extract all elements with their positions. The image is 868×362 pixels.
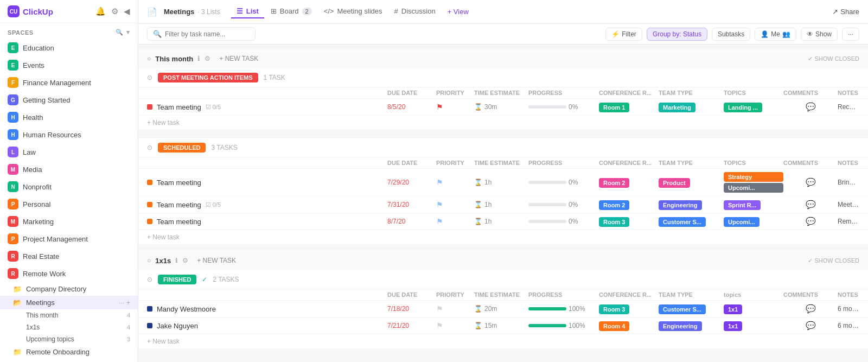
table-row: Team meeting 7/29/20 ⚑ ⌛1h 0% Room 2 Pro…	[138, 169, 868, 196]
finished-group-header: ⊙ FINISHED ✓ 2 TASKS	[138, 270, 868, 289]
share-icon: ↗	[832, 8, 838, 16]
spaces-header: SPACES 🔍 ▾	[0, 23, 138, 39]
gear-icon[interactable]: ⚙	[111, 7, 118, 16]
this-month-actions: ✓ SHOW CLOSED	[808, 55, 859, 62]
chevron-icon[interactable]: ▾	[126, 29, 130, 36]
folder-company-directory[interactable]: 📁 Company Directory	[0, 282, 138, 296]
sub-item-upcoming-topics[interactable]: Upcoming topics 3	[0, 333, 138, 345]
scheduled-badge: SCHEDULED	[158, 143, 206, 153]
search-icon[interactable]: 🔍	[116, 29, 124, 36]
scheduled-group-header: ⊙ SCHEDULED 3 TASKS	[138, 138, 868, 157]
add-task-row-2[interactable]: + New task	[138, 230, 868, 244]
sidebar-item-law[interactable]: L Law	[0, 143, 138, 161]
sidebar-item-remote-work[interactable]: R Remote Work	[0, 265, 138, 282]
1x1s-toggle[interactable]: ○	[147, 257, 151, 264]
search-box[interactable]: 🔍	[147, 27, 256, 41]
post-meeting-group-header: ⊙ POST MEETING ACTION ITEMS 1 TASK	[138, 68, 868, 87]
more-icon[interactable]: ···	[119, 299, 124, 307]
tab-list[interactable]: ☰ List	[231, 5, 264, 18]
priority-flag: ⚑	[436, 200, 443, 209]
post-meeting-toggle[interactable]: ⊙	[147, 74, 152, 81]
finished-group: ⊙ FINISHED ✓ 2 TASKS DUE DATE PRIORITY T…	[138, 270, 868, 348]
sub-item-this-month[interactable]: This month 4	[0, 309, 138, 321]
me-button[interactable]: 👤 Me 👥	[755, 28, 796, 41]
comment-icon[interactable]: 💬	[806, 321, 816, 331]
breadcrumb: Meetings · 3 Lists	[164, 8, 220, 16]
folder-team-requests[interactable]: 📁 Team Requests	[0, 359, 138, 362]
sidebar-icons: 🔔 ⚙ ◀	[95, 7, 130, 16]
sidebar-item-health[interactable]: H Health	[0, 109, 138, 126]
finished-toggle[interactable]: ⊙	[147, 276, 152, 283]
this-month-new-task[interactable]: + NEW TASK	[215, 53, 263, 64]
folder-open-icon: 📂	[13, 299, 22, 307]
filter-button[interactable]: ⚡ Filter	[605, 28, 642, 41]
logo: CU ClickUp	[8, 5, 53, 17]
table-row: Team meeting ☑ 0/5 7/31/20 ⚑ ⌛1h 0% Room…	[138, 196, 868, 213]
sub-item-1x1s[interactable]: 1x1s 4	[0, 321, 138, 333]
priority-flag: ⚑	[436, 217, 443, 226]
content-area: ○ This month ℹ ⚙ + NEW TASK ✓ SHOW CLOSE…	[138, 45, 868, 362]
1x1s-new-task[interactable]: + NEW TASK	[193, 255, 240, 266]
sidebar-item-personal[interactable]: P Personal	[0, 195, 138, 213]
show-closed-button[interactable]: ✓ SHOW CLOSED	[808, 55, 859, 62]
post-meeting-group: ⊙ POST MEETING ACTION ITEMS 1 TASK DUE D…	[138, 68, 868, 130]
sidebar-item-marketing[interactable]: M Marketing	[0, 213, 138, 230]
folder-icon: 📁	[13, 348, 22, 356]
app-name: ClickUp	[23, 7, 53, 16]
top-bar-right: ↗ Share	[832, 8, 859, 16]
add-task-row[interactable]: + New task	[138, 116, 868, 130]
comment-icon[interactable]: 💬	[806, 102, 816, 112]
more-options-button[interactable]: ···	[842, 28, 859, 41]
list-icon: ☰	[237, 7, 243, 15]
sidebar-header: CU ClickUp 🔔 ⚙ ◀	[0, 0, 138, 23]
add-view-button[interactable]: + View	[442, 5, 474, 18]
show-closed-button-2[interactable]: ✓ SHOW CLOSED	[808, 257, 859, 264]
main-panel: 📄 Meetings · 3 Lists ☰ List ⊞ Board 2 </…	[138, 0, 868, 362]
tab-discussion[interactable]: # Discussion	[389, 5, 441, 18]
scheduled-count: 3 TASKS	[211, 144, 237, 151]
sidebar-item-human-resources[interactable]: H Human Resources	[0, 126, 138, 143]
folder-remote-onboarding[interactable]: 📁 Remote Onboarding	[0, 345, 138, 359]
sidebar-item-media[interactable]: M Media	[0, 161, 138, 178]
priority-flag: ⚑	[436, 321, 443, 330]
comment-icon[interactable]: 💬	[806, 217, 816, 226]
settings-icon[interactable]: ⚙	[205, 55, 210, 62]
board-icon: ⊞	[271, 7, 277, 15]
settings-icon-2[interactable]: ⚙	[182, 257, 188, 264]
group-by-button[interactable]: Group by: Status	[647, 28, 707, 41]
sidebar-item-finance[interactable]: F Finance Management	[0, 74, 138, 91]
eye-icon: 👁	[807, 30, 813, 38]
toolbar-right: ⚡ Filter Group by: Status Subtasks 👤 Me …	[605, 28, 859, 41]
folder-meetings[interactable]: 📂 Meetings ··· +	[0, 296, 138, 309]
priority-flag: ⚑	[436, 178, 443, 187]
search-input[interactable]	[165, 30, 241, 38]
subtasks-button[interactable]: Subtasks	[712, 28, 750, 41]
this-month-toggle[interactable]: ○	[147, 55, 151, 62]
sidebar-item-real-estate[interactable]: R Real Estate	[0, 247, 138, 265]
1x1s-header: ○ 1x1s ℹ ⚙ + NEW TASK ✓ SHOW CLOSED	[138, 251, 868, 270]
tab-meeting-slides[interactable]: </> Meeting slides	[318, 5, 388, 18]
share-button[interactable]: ↗ Share	[832, 8, 859, 16]
add-icon[interactable]: +	[126, 299, 130, 307]
comment-icon[interactable]: 💬	[806, 304, 816, 314]
1x1s-title: 1x1s	[155, 257, 171, 265]
bell-icon[interactable]: 🔔	[95, 7, 106, 16]
sidebar-item-events[interactable]: E Events	[0, 56, 138, 74]
this-month-section: ○ This month ℹ ⚙ + NEW TASK ✓ SHOW CLOSE…	[138, 49, 868, 244]
sidebar-item-nonprofit[interactable]: N Nonprofit	[0, 178, 138, 195]
table-row: Jake Nguyen 7/21/20 ⚑ ⌛15m 100% Room 4 E…	[138, 317, 868, 334]
sidebar-item-project-management[interactable]: P Project Management	[0, 230, 138, 247]
hash-icon: #	[394, 7, 398, 15]
sidebar-item-getting-started[interactable]: G Getting Started	[0, 91, 138, 109]
slides-icon: </>	[324, 7, 334, 15]
collapse-icon[interactable]: ◀	[124, 7, 130, 16]
add-task-row-3[interactable]: + New task	[138, 334, 868, 348]
info-icon: ℹ	[197, 55, 200, 62]
scheduled-toggle[interactable]: ⊙	[147, 144, 152, 151]
show-button[interactable]: 👁 Show	[801, 28, 838, 41]
comment-icon[interactable]: 💬	[806, 177, 816, 187]
sidebar-item-education[interactable]: E Education	[0, 39, 138, 56]
me-icon: 👤	[761, 30, 769, 38]
tab-board[interactable]: ⊞ Board 2	[265, 5, 317, 18]
comment-icon[interactable]: 💬	[806, 200, 816, 209]
